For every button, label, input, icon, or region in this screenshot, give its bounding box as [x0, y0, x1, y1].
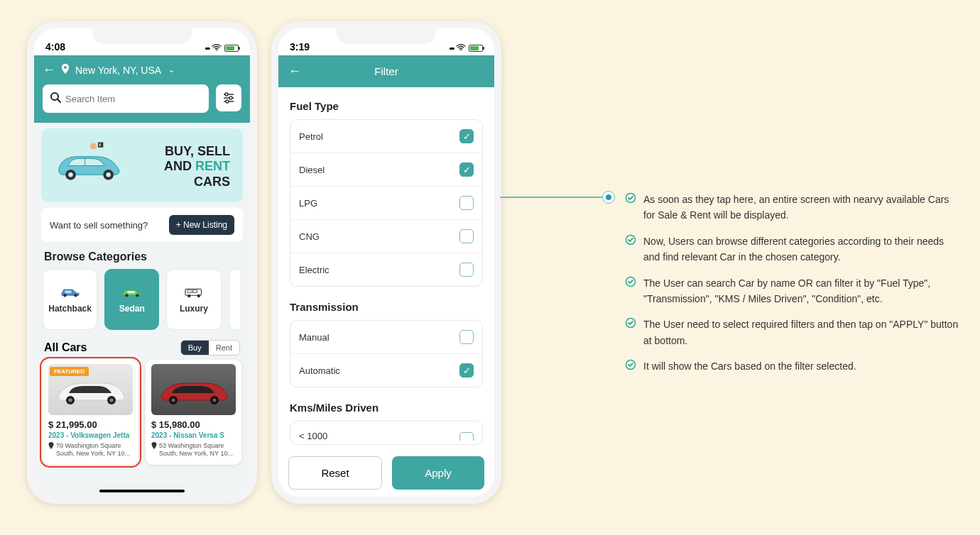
- banner-text: BUY, SELL AND RENT CARS: [129, 144, 230, 190]
- check-circle-icon: [625, 234, 636, 265]
- category-hatchback[interactable]: Hatchback: [43, 269, 97, 330]
- checkbox-icon[interactable]: [459, 330, 474, 344]
- note-item: As soon as they tap here, an entire scre…: [625, 192, 963, 224]
- checkbox-icon[interactable]: [459, 432, 474, 441]
- svg-point-20: [74, 294, 77, 297]
- banner-car-illustration: [51, 138, 129, 195]
- svg-rect-18: [65, 291, 71, 294]
- home-scroll-area[interactable]: BUY, SELL AND RENT CARS Want to sell som…: [34, 123, 250, 499]
- toggle-rent[interactable]: Rent: [209, 341, 239, 355]
- fuel-option-petrol[interactable]: Petrol✓: [290, 120, 482, 153]
- svg-rect-25: [187, 290, 192, 293]
- status-time: 3:19: [290, 41, 310, 53]
- transmission-group: Manual Automatic✓: [290, 320, 483, 387]
- category-luxury[interactable]: Luxury: [166, 269, 221, 330]
- filter-scroll-area[interactable]: Fuel Type Petrol✓ Diesel✓ LPG CNG Electr…: [278, 87, 494, 463]
- new-listing-button[interactable]: + New Listing: [169, 215, 234, 235]
- all-cars-title: All Cars: [44, 341, 87, 354]
- back-arrow-icon[interactable]: ←: [43, 62, 55, 77]
- category-sedan[interactable]: Sedan: [104, 269, 159, 330]
- checkbox-icon[interactable]: [459, 196, 474, 210]
- car-card-2[interactable]: $ 15,980.00 2023 - Nissan Versa S 53 Was…: [146, 360, 241, 465]
- home-screen-mockup: 4:08 ••• ← New York, NY, USA ⌄: [27, 21, 257, 504]
- toggle-buy[interactable]: Buy: [181, 341, 209, 355]
- signal-icon: •••: [449, 44, 453, 53]
- luxury-icon: [183, 285, 205, 298]
- trans-option-automatic[interactable]: Automatic✓: [290, 354, 482, 387]
- kms-title: Kms/Miles Driven: [290, 402, 483, 414]
- browse-categories-title: Browse Categories: [44, 250, 240, 263]
- checkbox-icon[interactable]: ✓: [459, 363, 474, 377]
- sliders-icon: [222, 92, 235, 104]
- apply-button[interactable]: Apply: [392, 456, 484, 490]
- status-time: 4:08: [45, 41, 65, 53]
- svg-point-27: [187, 294, 191, 298]
- fuel-type-group: Petrol✓ Diesel✓ LPG CNG Electric: [290, 119, 483, 287]
- phone-notch: [337, 28, 436, 44]
- chevron-down-icon[interactable]: ⌄: [168, 65, 175, 75]
- banner-line-2: AND RENT: [129, 159, 230, 175]
- svg-rect-21: [127, 291, 135, 293]
- checkbox-icon[interactable]: ✓: [459, 129, 474, 143]
- note-text: As soon as they tap here, an entire scre…: [643, 192, 963, 224]
- note-item: It will show the Cars based on the filte…: [625, 358, 963, 375]
- search-input[interactable]: [65, 94, 202, 104]
- featured-badge: FEATURED: [50, 367, 89, 376]
- note-item: The User can search Car by name OR can f…: [625, 275, 963, 307]
- option-label: LPG: [299, 198, 317, 209]
- filter-header: ← Filter: [278, 55, 494, 87]
- fuel-type-title: Fuel Type: [290, 100, 483, 112]
- svg-rect-11: [99, 143, 101, 146]
- reset-button[interactable]: Reset: [288, 456, 382, 490]
- car-cards-row[interactable]: FEATURED $ 21,995.00 2023 - Volkswagen J…: [34, 360, 250, 473]
- checkbox-icon[interactable]: [459, 229, 474, 243]
- address-text: 53 Washington Square South, New York, NY…: [159, 442, 236, 458]
- car-price: $ 21,995.00: [48, 419, 133, 430]
- kms-option-1000[interactable]: < 1000: [290, 421, 482, 444]
- checkbox-icon[interactable]: [459, 263, 474, 277]
- note-item: The User need to select required filters…: [625, 316, 963, 348]
- option-label: Electric: [299, 265, 330, 275]
- category-label: Luxury: [180, 304, 208, 314]
- car-price: $ 15,980.00: [151, 419, 236, 430]
- location-bar[interactable]: ← New York, NY, USA ⌄: [34, 55, 250, 84]
- home-indicator: [99, 490, 185, 492]
- car-address: 70 Washington Square South, New York, NY…: [48, 442, 133, 458]
- fuel-option-electric[interactable]: Electric: [290, 253, 482, 286]
- filter-button[interactable]: [216, 84, 241, 111]
- buy-rent-toggle[interactable]: Buy Rent: [180, 340, 240, 355]
- banner-line-1: BUY, SELL: [129, 144, 230, 160]
- fuel-option-lpg[interactable]: LPG: [290, 187, 482, 220]
- svg-point-8: [226, 100, 229, 103]
- note-text: Now, Users can browse different categori…: [643, 233, 963, 265]
- connector-dot: [602, 191, 615, 204]
- car-image: [151, 364, 236, 415]
- option-label: Automatic: [299, 365, 340, 376]
- trans-option-manual[interactable]: Manual: [290, 321, 482, 354]
- svg-point-28: [197, 294, 200, 298]
- note-text: It will show the Cars based on the filte…: [643, 358, 963, 375]
- svg-point-22: [125, 294, 129, 297]
- promo-banner[interactable]: BUY, SELL AND RENT CARS: [41, 128, 243, 202]
- svg-line-2: [58, 99, 60, 102]
- categories-list[interactable]: Hatchback Sedan Luxury: [34, 269, 250, 330]
- category-label: Hatchback: [48, 304, 92, 314]
- option-label: CNG: [299, 231, 320, 242]
- filter-actions: Reset Apply: [288, 456, 484, 490]
- search-input-wrapper[interactable]: [43, 84, 209, 113]
- search-row: [34, 84, 250, 123]
- kms-group: < 1000: [290, 421, 483, 445]
- status-icons: •••: [205, 44, 239, 53]
- check-circle-icon: [625, 359, 636, 375]
- car-card-1[interactable]: FEATURED $ 21,995.00 2023 - Volkswagen J…: [43, 360, 138, 465]
- fuel-option-diesel[interactable]: Diesel✓: [290, 153, 482, 187]
- car-meta: 2023 - Volkswagen Jetta: [48, 431, 133, 439]
- option-label: Petrol: [299, 131, 323, 142]
- svg-point-19: [63, 294, 67, 297]
- fuel-option-cng[interactable]: CNG: [290, 220, 482, 253]
- check-circle-icon: [625, 192, 636, 224]
- checkbox-icon[interactable]: ✓: [459, 162, 474, 177]
- category-overflow[interactable]: [229, 269, 242, 330]
- annotation-notes: As soon as they tap here, an entire scre…: [625, 192, 963, 385]
- transmission-title: Transmission: [290, 301, 483, 313]
